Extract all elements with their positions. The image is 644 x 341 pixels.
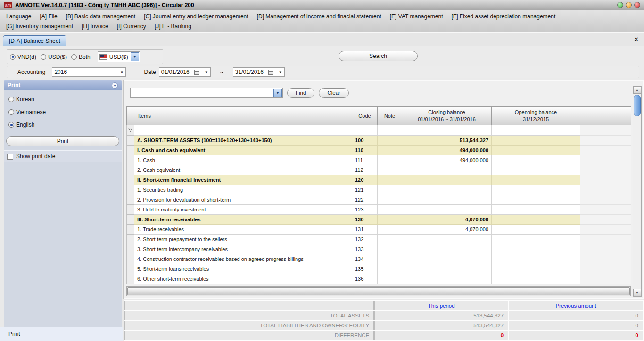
cell-closing-balance[interactable]: 494,000,000 (402, 155, 492, 165)
cell-code[interactable]: 123 (352, 205, 378, 215)
cell-opening-balance[interactable] (492, 136, 580, 146)
cell-opening-balance[interactable] (492, 185, 580, 195)
radio-icon[interactable] (41, 54, 46, 60)
cell-note[interactable] (378, 254, 402, 264)
currency-combobox[interactable]: USD($) ▼ (98, 51, 140, 62)
cell-code[interactable]: 132 (352, 235, 378, 244)
cell-note[interactable] (378, 235, 402, 244)
cell-closing-balance[interactable]: 494,000,000 (402, 146, 492, 155)
find-dropdown-icon[interactable]: ▼ (273, 89, 282, 97)
radio-icon[interactable] (8, 97, 14, 102)
cell-closing-balance[interactable] (402, 195, 492, 205)
col-header-note[interactable]: Note (378, 107, 402, 125)
print-panel-header[interactable]: Print ▼ (4, 80, 122, 90)
cell-code[interactable]: 110 (352, 146, 378, 155)
table-row[interactable]: 3. Held to maturity investment123 (127, 205, 631, 215)
cell-opening-balance[interactable] (492, 195, 580, 205)
horizontal-scrollbar-thumb[interactable] (127, 287, 630, 295)
currency-dropdown-icon[interactable]: ▼ (131, 52, 139, 61)
table-row[interactable]: 1. Trade receivables1314,070,000 (127, 225, 631, 235)
find-button[interactable]: Find (287, 88, 314, 98)
cell-opening-balance[interactable] (492, 205, 580, 215)
cell-note[interactable] (378, 165, 402, 175)
cell-opening-balance[interactable] (492, 225, 580, 235)
table-row[interactable]: 5. Short-term loans receivables135 (127, 264, 631, 274)
cell-items[interactable]: III. Short-term receivables (134, 215, 352, 225)
cell-opening-balance[interactable] (492, 254, 580, 264)
cell-items[interactable]: II. Short-term financial investment (134, 175, 352, 185)
table-row[interactable]: II. Short-term financial investment120 (127, 175, 631, 185)
cell-opening-balance[interactable] (492, 165, 580, 175)
cell-code[interactable]: 133 (352, 244, 378, 254)
cell-note[interactable] (378, 185, 402, 195)
cell-code[interactable]: 121 (352, 185, 378, 195)
cell-note[interactable] (378, 146, 402, 155)
menu-item-language[interactable]: Language (2, 13, 35, 20)
cell-opening-balance[interactable] (492, 264, 580, 274)
cell-note[interactable] (378, 155, 402, 165)
cell-items[interactable]: 2. Cash equivalent (134, 165, 352, 175)
cell-note[interactable] (378, 264, 402, 274)
cell-closing-balance[interactable] (402, 205, 492, 215)
menu-item-g-inventory-management[interactable]: [G] Inventory management (2, 23, 77, 30)
cell-closing-balance[interactable]: 513,544,327 (402, 136, 492, 146)
cell-closing-balance[interactable] (402, 185, 492, 195)
cell-note[interactable] (378, 215, 402, 225)
find-combobox[interactable]: ▼ (130, 88, 283, 98)
menu-item-a-file[interactable]: [A] File (35, 13, 61, 20)
table-row[interactable]: 6. Other short-term receivables136 (127, 274, 631, 284)
row-indicator-cell[interactable] (127, 264, 134, 274)
date-to-picker[interactable]: 31/01/2016 ▼ (233, 67, 285, 77)
cell-closing-balance[interactable]: 4,070,000 (402, 225, 492, 235)
cell-closing-balance[interactable] (402, 264, 492, 274)
scroll-up-icon[interactable]: ▲ (633, 86, 641, 94)
cell-note[interactable] (378, 175, 402, 185)
row-indicator-cell[interactable] (127, 136, 134, 146)
accounting-year-select[interactable]: 2016 ▼ (52, 67, 126, 77)
filter-cell-closing[interactable] (402, 125, 492, 136)
menu-item-b-basic-data-management[interactable]: [B] Basic data management (62, 13, 140, 20)
row-indicator-cell[interactable] (127, 175, 134, 185)
find-input[interactable] (131, 89, 273, 97)
table-row[interactable]: 4. Construction contractor receivables b… (127, 254, 631, 264)
restore-button[interactable] (626, 2, 632, 8)
radio-icon[interactable] (8, 109, 14, 115)
cell-note[interactable] (378, 244, 402, 254)
menu-item-c-journal-entry-and-ledger-management[interactable]: [C] Journal entry and ledger management (140, 13, 252, 20)
row-indicator-cell[interactable] (127, 205, 134, 215)
cell-opening-balance[interactable] (492, 175, 580, 185)
summary-header-previous-amount[interactable]: Previous amount (509, 301, 643, 310)
menu-item-h-invoice[interactable]: [H] Invoice (77, 23, 113, 30)
cell-closing-balance[interactable] (402, 244, 492, 254)
cell-code[interactable]: 131 (352, 225, 378, 235)
date-from-picker[interactable]: 01/01/2016 ▼ (159, 67, 211, 77)
cell-opening-balance[interactable] (492, 235, 580, 244)
cell-code[interactable]: 120 (352, 175, 378, 185)
cell-items[interactable]: 1. Cash (134, 155, 352, 165)
table-row[interactable]: A. SHORT-TERM ASSETS (100=110+120+130+14… (127, 136, 631, 146)
table-row[interactable]: 2. Cash equivalent112 (127, 165, 631, 175)
cell-closing-balance[interactable] (402, 235, 492, 244)
row-indicator-cell[interactable] (127, 225, 134, 235)
table-row[interactable]: 1. Cash111494,000,000 (127, 155, 631, 165)
cell-items[interactable]: 3. Short-term intercompany receivables (134, 244, 352, 254)
radio-icon[interactable] (71, 54, 77, 60)
col-header-items[interactable]: Items (134, 107, 352, 125)
cell-code[interactable]: 100 (352, 136, 378, 146)
cell-code[interactable]: 112 (352, 165, 378, 175)
col-header-opening[interactable]: Openning balance 31/12/2015 (492, 107, 580, 125)
cell-closing-balance[interactable] (402, 274, 492, 284)
filter-cell-opening[interactable] (492, 125, 580, 136)
cell-items[interactable]: 4. Construction contractor receivables b… (134, 254, 352, 264)
row-indicator-cell[interactable] (127, 215, 134, 225)
cell-opening-balance[interactable] (492, 146, 580, 155)
cell-code[interactable]: 134 (352, 254, 378, 264)
cell-code[interactable]: 111 (352, 155, 378, 165)
cell-closing-balance[interactable] (402, 165, 492, 175)
menu-item-j-e-banking[interactable]: [J] E - Banking (150, 23, 196, 30)
minimize-button[interactable] (617, 2, 623, 8)
cell-items[interactable]: I. Cash and cash equivalent (134, 146, 352, 155)
cell-code[interactable]: 130 (352, 215, 378, 225)
filter-cell-note[interactable] (378, 125, 402, 136)
cell-items[interactable]: 6. Other short-term receivables (134, 274, 352, 284)
